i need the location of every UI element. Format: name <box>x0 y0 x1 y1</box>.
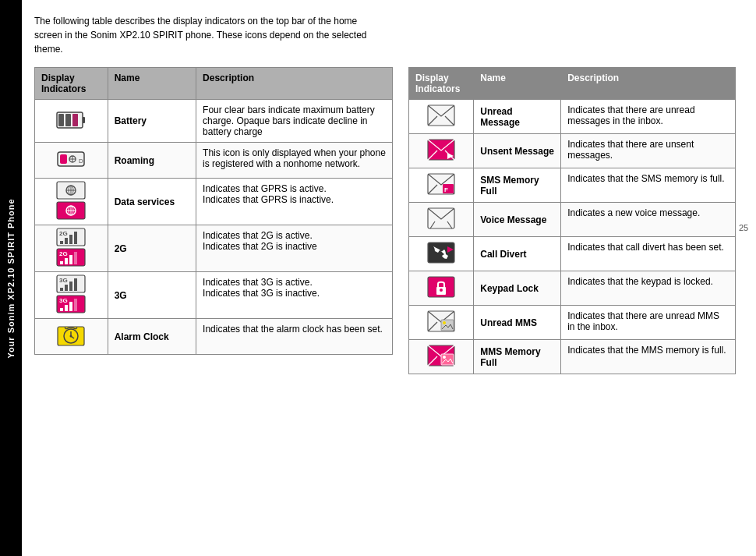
desc-cell-mms-full: Indicates that the MMS memory is full. <box>561 340 736 374</box>
desc-cell-battery: Four clear bars indicate maximum battery… <box>196 100 393 143</box>
left-indicator-table: DisplayIndicators Name Description <box>34 67 393 355</box>
desc-cell-unread-mms: Indicates that there are unread MMS in t… <box>561 306 736 340</box>
svg-rect-3 <box>65 114 71 126</box>
keypad-lock-icon <box>427 276 455 298</box>
table-row: 3G 3G 3G Indicates that 3G is active.Ind… <box>35 272 393 319</box>
name-cell-keypad-lock: Keypad Lock <box>474 271 561 306</box>
main-content: The following table describes the displa… <box>22 0 756 556</box>
svg-text:3G: 3G <box>59 277 68 284</box>
table-row: Call Divert Indicates that call divert h… <box>409 237 736 271</box>
svg-point-78 <box>443 321 446 324</box>
svg-rect-30 <box>65 258 68 264</box>
table-row: Battery Four clear bars indicate maximum… <box>35 100 393 143</box>
desc-cell-roaming: This icon is only displayed when your ph… <box>196 143 393 179</box>
3g-icon: 3G 3G <box>55 274 87 314</box>
svg-text:2G: 2G <box>59 250 68 257</box>
svg-rect-35 <box>60 288 63 291</box>
svg-point-73 <box>440 289 443 292</box>
unread-mms-icon <box>427 310 455 332</box>
svg-rect-42 <box>65 305 68 311</box>
name-cell-alarm: Alarm Clock <box>108 319 196 355</box>
icon-cell-keypad-lock <box>409 271 474 306</box>
svg-rect-31 <box>69 255 72 264</box>
sms-memory-full-icon: F <box>427 173 455 195</box>
table-row: MMS Memory Full Indicates that the MMS m… <box>409 340 736 374</box>
icon-cell-data <box>35 179 108 225</box>
svg-rect-23 <box>60 241 63 244</box>
svg-text:F: F <box>444 186 448 193</box>
desc-cell-keypad-lock: Indicates that the keypad is locked. <box>561 271 736 306</box>
call-divert-icon <box>427 242 455 264</box>
sidebar: Your Sonim XP2.10 SPIRIT Phone <box>0 0 22 556</box>
table-row: Data services Indicates that GPRS is act… <box>35 179 393 225</box>
svg-rect-24 <box>65 238 68 244</box>
table-row: D Roaming This icon is only displayed wh… <box>35 143 393 179</box>
svg-text:3G: 3G <box>59 297 68 304</box>
name-cell-call-divert: Call Divert <box>474 237 561 271</box>
svg-rect-5 <box>72 114 78 126</box>
name-cell-voice-msg: Voice Message <box>474 203 561 237</box>
name-cell-unread-msg: Unread Message <box>474 100 561 134</box>
svg-rect-29 <box>60 261 63 264</box>
svg-rect-41 <box>60 308 63 311</box>
table-row: 2G 2G 2G Indicates that 2G is active.Ind… <box>35 225 393 272</box>
svg-point-51 <box>70 335 72 338</box>
svg-text:2G: 2G <box>59 230 68 237</box>
sidebar-label: Your Sonim XP2.10 SPIRIT Phone <box>6 198 16 358</box>
data-services-icon <box>55 180 87 221</box>
unread-message-icon <box>427 104 455 126</box>
icon-cell-sms-full: F <box>409 168 474 203</box>
table-row: Voice Message Indicates a new voice mess… <box>409 203 736 237</box>
desc-cell-data: Indicates that GPRS is active.Indicates … <box>196 179 393 225</box>
svg-rect-43 <box>69 302 72 311</box>
unsent-message-icon <box>427 139 455 161</box>
left-col-name: Name <box>108 68 196 100</box>
voice-message-icon <box>427 207 455 229</box>
name-cell-2g: 2G <box>108 225 196 272</box>
icon-cell-2g: 2G 2G <box>35 225 108 272</box>
name-cell-sms-full: SMS Memory Full <box>474 168 561 203</box>
icon-cell-battery <box>35 100 108 143</box>
icon-cell-alarm <box>35 319 108 355</box>
svg-rect-36 <box>65 285 68 291</box>
svg-rect-82 <box>441 354 454 365</box>
icon-cell-unread-mms <box>409 306 474 340</box>
desc-cell-unsent-msg: Indicates that there are unsent messages… <box>561 134 736 168</box>
left-col-display: DisplayIndicators <box>35 68 108 100</box>
svg-point-83 <box>443 356 446 359</box>
name-cell-unsent-msg: Unsent Message <box>474 134 561 168</box>
name-cell-data: Data services <box>108 179 196 225</box>
icon-cell-call-divert <box>409 237 474 271</box>
table-row: Alarm Clock Indicates that the alarm clo… <box>35 319 393 355</box>
icon-cell-unsent-msg <box>409 134 474 168</box>
desc-cell-3g: Indicates that 3G is active.Indicates th… <box>196 272 393 319</box>
desc-cell-sms-full: Indicates that the SMS memory is full. <box>561 168 736 203</box>
left-col-desc: Description <box>196 68 393 100</box>
svg-rect-2 <box>58 114 64 126</box>
svg-rect-26 <box>74 232 77 244</box>
table-row: F SMS Memory Full Indicates that the SMS… <box>409 168 736 203</box>
svg-rect-77 <box>441 320 454 331</box>
table-row: Unsent Message Indicates that there are … <box>409 134 736 168</box>
right-col-display: DisplayIndicators <box>409 68 474 100</box>
name-cell-roaming: Roaming <box>108 143 196 179</box>
svg-rect-38 <box>74 278 77 291</box>
roaming-icon: D <box>55 147 87 171</box>
svg-rect-32 <box>74 252 77 264</box>
name-cell-3g: 3G <box>108 272 196 319</box>
right-col-name: Name <box>474 68 561 100</box>
svg-text:D: D <box>79 158 83 165</box>
name-cell-unread-mms: Unread MMS <box>474 306 561 340</box>
desc-cell-unread-msg: Indicates that there are unread messages… <box>561 100 736 134</box>
svg-rect-44 <box>74 299 77 311</box>
intro-paragraph: The following table describes the displa… <box>34 14 369 56</box>
right-section: DisplayIndicators Name Description <box>408 67 748 374</box>
tables-wrapper: DisplayIndicators Name Description <box>34 67 748 374</box>
right-col-desc: Description <box>561 68 736 100</box>
svg-rect-7 <box>60 154 67 164</box>
icon-cell-mms-full <box>409 340 474 374</box>
svg-rect-25 <box>69 235 72 244</box>
battery-icon <box>55 108 87 132</box>
icon-cell-unread-msg <box>409 100 474 134</box>
table-row: Keypad Lock Indicates that the keypad is… <box>409 271 736 306</box>
